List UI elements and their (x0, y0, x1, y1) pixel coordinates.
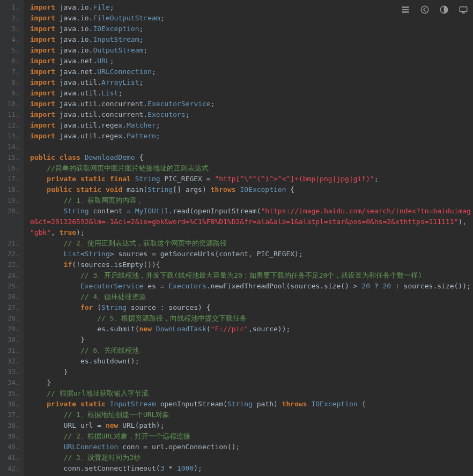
code-line: import java.util.regex.Pattern; (30, 131, 473, 142)
line-number: 3. (6, 24, 19, 34)
line-number: 16. (6, 163, 19, 174)
line-number: 21. (6, 238, 19, 249)
line-number: 42. (6, 463, 19, 474)
code-line: URLConnection conn = url.openConnection(… (30, 442, 473, 452)
code-line: URL url = new URL(path); (30, 420, 473, 431)
code-line: import java.util.regex.Matcher; (30, 120, 473, 131)
code-line: import java.io.IOException; (30, 24, 473, 34)
code-line: import java.io.InputStream; (30, 34, 473, 45)
line-number: 1. (6, 2, 19, 13)
line-number: 2. (6, 13, 19, 24)
svg-rect-5 (460, 7, 467, 12)
code-line: // 1、根据地址创建一个URL对象 (30, 410, 473, 420)
line-number: 25. (6, 281, 19, 292)
code-line: private static InputStream openInputStre… (30, 399, 473, 410)
code-line: // 6、关闭线程池 (30, 345, 473, 356)
code-line: if(!sources.isEmpty()){ (30, 259, 473, 270)
code-line: for (String source : sources) { (30, 302, 473, 313)
code-line: ExecutorService es = Executors.newFixedT… (30, 281, 473, 292)
line-number: 41. (6, 452, 19, 463)
code-line: // 根据url地址获取输入字节流 (30, 388, 473, 399)
line-number: 40. (6, 442, 19, 452)
code-line: // 3、设置超时间为3秒 (30, 452, 473, 463)
line-number: 23. (6, 259, 19, 270)
line-number: 39. (6, 431, 19, 442)
line-number: 19. (6, 195, 19, 206)
code-line: // 3、开启线程池，并发下载(线程池最大容量为20；如果要下载的任务不足20个… (30, 270, 473, 281)
code-line: import java.net.URLConnection; (30, 66, 473, 77)
line-number: 18. (6, 184, 19, 195)
line-number: 33. (6, 367, 19, 377)
line-number: 14. (6, 142, 19, 152)
line-number: 9. (6, 88, 19, 99)
line-number: 10. (6, 99, 19, 109)
line-number: 32. (6, 356, 19, 367)
code-line: } (30, 367, 473, 377)
code-line: import java.util.concurrent.Executors; (30, 109, 473, 120)
line-number: 11. (6, 109, 19, 120)
code-line: import java.io.OutputStream; (30, 45, 473, 56)
code-line: } (30, 377, 473, 388)
line-number: 4. (6, 34, 19, 45)
code-line: public static void main(String[] args) t… (30, 184, 473, 195)
code-line: import java.net.URL; (30, 56, 473, 66)
code-line: //简单的获取网页中图片图片链接地址的正则表达式 (30, 163, 473, 174)
line-number: 12. (6, 120, 19, 131)
editor-toolbar (400, 4, 469, 15)
code-line: public class DownloadDemo { (30, 152, 473, 163)
contrast-icon[interactable] (439, 4, 449, 15)
back-icon[interactable] (419, 4, 430, 15)
code-area[interactable]: import java.io.File;import java.io.FileO… (24, 0, 473, 476)
code-line: // 1、获取网页的内容， (30, 195, 473, 206)
line-number: 36. (6, 399, 19, 410)
line-number: 34. (6, 377, 19, 388)
svg-rect-6 (462, 12, 465, 13)
code-line: es.submit(new DownLoadTask("F://pic",sou… (30, 324, 473, 334)
code-line: import java.util.concurrent.ExecutorServ… (30, 99, 473, 109)
code-line: List<String> sources = getSourceUrls(con… (30, 249, 473, 259)
line-number: 13. (6, 131, 19, 142)
screen-icon[interactable] (458, 4, 469, 15)
line-number: 15. (6, 152, 19, 163)
code-line: conn.setConnectTimeout(3 * 1000); (30, 463, 473, 474)
svg-point-3 (421, 6, 428, 13)
line-number: 35. (6, 388, 19, 399)
code-line: // 2、根据URL对象，打开一个远程连接 (30, 431, 473, 442)
svg-rect-2 (402, 12, 409, 13)
svg-rect-0 (402, 7, 409, 8)
line-number: 20. (6, 206, 19, 238)
list-icon[interactable] (400, 4, 411, 15)
code-line: es.shutdown(); (30, 356, 473, 367)
line-number-gutter: 1.2.3.4.5.6.7.8.9.10.11.12.13.14.15.16.1… (0, 0, 24, 476)
svg-rect-1 (402, 9, 409, 10)
code-line: // 2、使用正则表达式，获取这个网页中的资源路径 (30, 238, 473, 249)
line-number: 5. (6, 45, 19, 56)
code-line (30, 142, 473, 152)
line-number: 24. (6, 270, 19, 281)
code-line: private static final String PIC_REGEX = … (30, 174, 473, 184)
code-editor: 1.2.3.4.5.6.7.8.9.10.11.12.13.14.15.16.1… (0, 0, 473, 476)
line-number: 30. (6, 334, 19, 345)
code-line: // 4、循环处理资源 (30, 292, 473, 302)
line-number: 38. (6, 420, 19, 431)
line-number: 29. (6, 324, 19, 334)
code-line: import java.util.List; (30, 88, 473, 99)
line-number: 27. (6, 302, 19, 313)
line-number: 6. (6, 56, 19, 66)
code-line: // 5、根据资源路径，向线程池中提交下载任务 (30, 313, 473, 324)
line-number: 22. (6, 249, 19, 259)
line-number: 28. (6, 313, 19, 324)
line-number: 37. (6, 410, 19, 420)
line-number: 7. (6, 66, 19, 77)
code-line: } (30, 334, 473, 345)
line-number: 26. (6, 292, 19, 302)
line-number: 31. (6, 345, 19, 356)
code-line: String content = MyIOUtil.read(openInput… (30, 206, 473, 238)
line-number: 17. (6, 174, 19, 184)
line-number: 8. (6, 77, 19, 88)
code-line: import java.util.ArrayList; (30, 77, 473, 88)
